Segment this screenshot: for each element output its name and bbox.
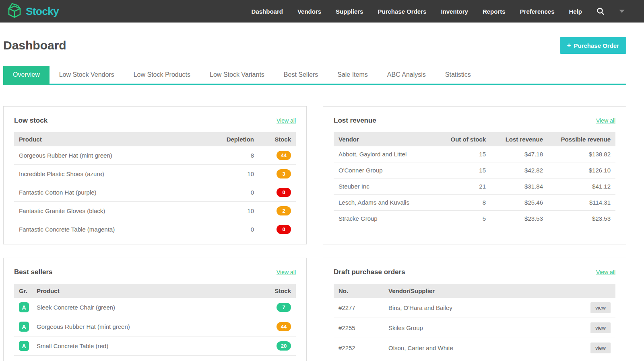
plus-icon: + (567, 41, 571, 49)
nav-item-reports[interactable]: Reports (483, 8, 506, 15)
product-name: Incredible Plastic Shoes (azure) (14, 165, 211, 183)
stock-badge: 20 (277, 341, 291, 351)
table-row-clipped (14, 356, 296, 361)
page-title: Dashboard (3, 39, 66, 52)
nav-item-vendors[interactable]: Vendors (297, 8, 321, 15)
low-stock-table: Product Depletion Stock Gorgeous Rubber … (14, 132, 296, 238)
page-header: Dashboard + Purchase Order (3, 37, 626, 54)
table-row[interactable]: Stracke Group 5 $23.53 $23.53 (334, 211, 615, 227)
depletion-value: 10 (211, 165, 259, 183)
possible-revenue-value: $23.53 (548, 211, 615, 227)
chevron-down-icon[interactable] (619, 10, 625, 13)
table-row[interactable]: #2252 Olson, Carter and White view (334, 338, 615, 358)
tab-low-stock-variants[interactable]: Low Stock Variants (200, 66, 274, 84)
vendor-name: Abbott, Gaylord and Littel (334, 146, 439, 162)
nav-item-help[interactable]: Help (569, 8, 582, 15)
column-header-no: No. (334, 284, 384, 298)
product-name: Small Concrete Table (red) (32, 336, 259, 356)
possible-revenue-value: $114.31 (548, 195, 615, 211)
column-header-lost-revenue: Lost revenue (491, 132, 548, 146)
product-name: Gorgeous Rubber Hat (mint green) (14, 146, 211, 165)
table-row[interactable]: O'Conner Group 15 $42.82 $126.10 (334, 162, 615, 178)
stocky-logo[interactable]: Stocky (6, 2, 59, 21)
stock-badge: 3 (277, 169, 291, 178)
low-stock-panel: Low stock View all Product Depletion Sto… (3, 106, 307, 244)
po-number: #2252 (334, 338, 384, 358)
depletion-value: 0 (211, 220, 259, 239)
table-row[interactable]: A Small Concrete Table (red) 20 (14, 336, 296, 356)
lost-revenue-panel: Lost revenue View all Vendor Out of stoc… (323, 106, 626, 244)
column-header-depletion: Depletion (211, 132, 259, 146)
table-row[interactable]: Lesch, Adams and Kuvalis 8 $25.46 $114.3… (334, 195, 615, 211)
vendor-name: Steuber Inc (334, 178, 439, 195)
tab-overview[interactable]: Overview (3, 66, 50, 84)
view-button[interactable]: view (590, 302, 611, 313)
best-sellers-view-all-link[interactable]: View all (277, 269, 296, 275)
nav-item-inventory[interactable]: Inventory (441, 8, 468, 15)
column-header-possible-revenue: Possible revenue (548, 132, 615, 146)
lost-revenue-view-all-link[interactable]: View all (596, 117, 615, 124)
brand-name: Stocky (26, 5, 59, 18)
column-header-stock: Stock (259, 132, 296, 146)
lost-revenue-table: Vendor Out of stock Lost revenue Possibl… (334, 132, 615, 226)
table-row[interactable]: Fantastic Concrete Table (magenta) 0 0 (14, 220, 296, 239)
tab-abc-analysis[interactable]: ABC Analysis (378, 66, 436, 84)
stocky-box-icon (6, 2, 23, 21)
stock-badge: 0 (277, 188, 291, 197)
grade-badge: A (19, 341, 29, 351)
table-row[interactable]: Fantastic Granite Gloves (black) 10 2 (14, 202, 296, 220)
product-name: Gorgeous Rubber Hat (mint green) (32, 317, 259, 336)
stock-badge: 44 (277, 322, 291, 331)
stock-badge: 0 (277, 225, 291, 234)
vendor-name: Lesch, Adams and Kuvalis (334, 195, 439, 211)
vendor-supplier-name: Olson, Carter and White (384, 338, 581, 358)
tab-sale-items[interactable]: Sale Items (328, 66, 378, 84)
column-header-out-of-stock: Out of stock (439, 132, 491, 146)
dashboard-tabs: Overview Low Stock Vendors Low Stock Pro… (3, 66, 626, 85)
column-header-product: Product (14, 132, 211, 146)
view-button[interactable]: view (590, 322, 611, 333)
nav-items: Dashboard Vendors Suppliers Purchase Ord… (252, 7, 625, 15)
product-name: Fantastic Granite Gloves (black) (14, 202, 211, 220)
lost-revenue-title: Lost revenue (334, 117, 376, 125)
tab-low-stock-products[interactable]: Low Stock Products (124, 66, 200, 84)
table-row[interactable]: Gorgeous Rubber Hat (mint green) 8 44 (14, 146, 296, 165)
grade-badge: A (19, 302, 29, 312)
vendor-name: O'Conner Group (334, 162, 439, 178)
draft-purchase-orders-view-all-link[interactable]: View all (596, 269, 615, 275)
depletion-value: 10 (211, 202, 259, 220)
lost-revenue-value: $25.46 (491, 195, 548, 211)
draft-purchase-orders-table: No. Vendor/Supplier #2277 Bins, O'Hara a… (334, 284, 615, 358)
stock-badge: 2 (277, 206, 291, 215)
stock-badge: 7 (277, 303, 291, 312)
tab-best-sellers[interactable]: Best Sellers (274, 66, 328, 84)
table-row[interactable]: Incredible Plastic Shoes (azure) 10 3 (14, 165, 296, 183)
new-purchase-order-button[interactable]: + Purchase Order (560, 37, 627, 54)
view-button[interactable]: view (590, 343, 611, 353)
depletion-value: 0 (211, 183, 259, 202)
low-stock-view-all-link[interactable]: View all (277, 117, 296, 124)
nav-item-suppliers[interactable]: Suppliers (336, 8, 363, 15)
product-name: Fantastic Cotton Hat (purple) (14, 183, 211, 202)
product-name: Fantastic Concrete Table (magenta) (14, 220, 211, 239)
nav-item-purchase-orders[interactable]: Purchase Orders (378, 8, 426, 15)
table-row[interactable]: #2255 Skiles Group view (334, 318, 615, 338)
table-row[interactable]: #2277 Bins, O'Hara and Bailey view (334, 298, 615, 318)
nav-item-dashboard[interactable]: Dashboard (252, 8, 283, 15)
tab-low-stock-vendors[interactable]: Low Stock Vendors (50, 66, 124, 84)
stock-badge: 44 (277, 151, 291, 160)
possible-revenue-value: $126.10 (548, 162, 615, 178)
vendor-supplier-name: Skiles Group (384, 318, 581, 338)
column-header-stock: Stock (259, 284, 296, 298)
top-nav: Stocky Dashboard Vendors Suppliers Purch… (0, 0, 644, 23)
table-row[interactable]: Fantastic Cotton Hat (purple) 0 0 (14, 183, 296, 202)
table-row[interactable]: Steuber Inc 21 $31.84 $41.12 (334, 178, 615, 195)
table-row[interactable]: A Gorgeous Rubber Hat (mint green) 44 (14, 317, 296, 336)
table-row[interactable]: A Sleek Concrete Chair (green) 7 (14, 298, 296, 317)
draft-purchase-orders-panel: Draft purchase orders View all No. Vendo… (323, 258, 626, 361)
grade-badge: A (19, 322, 29, 332)
tab-statistics[interactable]: Statistics (436, 66, 481, 84)
nav-item-preferences[interactable]: Preferences (520, 8, 555, 15)
search-icon[interactable] (597, 7, 605, 15)
table-row[interactable]: Abbott, Gaylord and Littel 15 $47.18 $13… (334, 146, 615, 162)
